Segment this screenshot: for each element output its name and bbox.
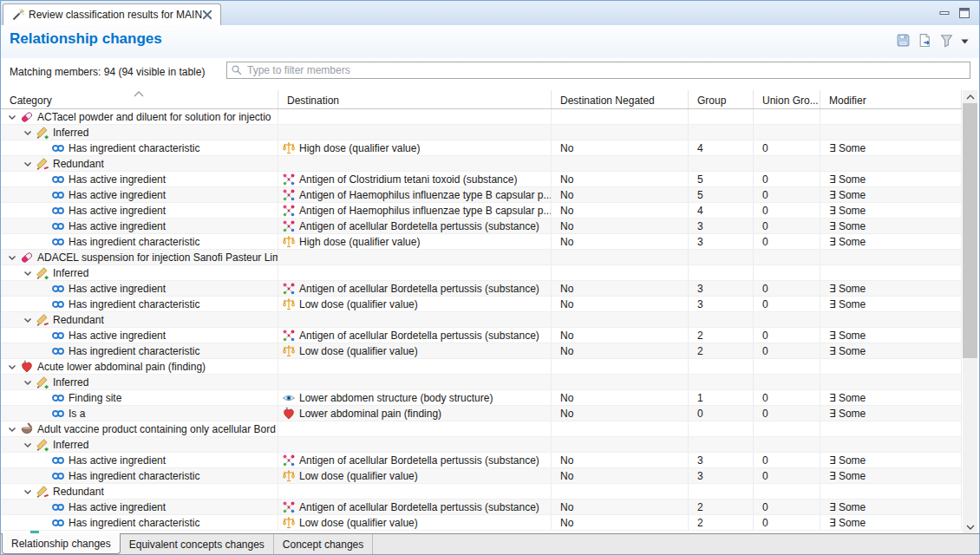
modifier-cell: ∃ Some (820, 172, 962, 186)
expander-chevron-icon[interactable] (22, 158, 34, 170)
expander-chevron-icon[interactable] (22, 376, 34, 388)
table-row[interactable]: Has active ingredientAntigen of acellula… (1, 453, 962, 468)
category-cell: Has active ingredient (1, 172, 278, 186)
expander-chevron-icon[interactable] (6, 251, 18, 264)
union-group-cell: 0 (754, 468, 820, 483)
table-row[interactable]: Has active ingredientAntigen of acellula… (1, 500, 962, 515)
table-row[interactable]: Redundant (1, 156, 962, 172)
table-row[interactable]: Adult vaccine product containing only ac… (1, 421, 962, 437)
table-row[interactable]: Inferred (1, 125, 962, 140)
column-header-destination[interactable]: Destination (278, 90, 552, 108)
category-cell: Has active ingredient (1, 203, 278, 218)
vertical-scrollbar[interactable] (963, 90, 977, 533)
table-row[interactable]: Has ingredient characteristicLow dose (q… (1, 297, 962, 312)
table-row[interactable]: Has ingredient characteristicLow dose (q… (1, 343, 962, 359)
modifier-cell: ∃ Some (820, 219, 962, 233)
category-cell: Has ingredient characteristic (1, 234, 278, 249)
relationship-changes-table: CategoryDestinationDestination NegatedGr… (1, 90, 962, 533)
expander-chevron-icon[interactable] (6, 111, 18, 123)
table-row[interactable]: Has ingredient characteristicHigh dose (… (1, 140, 962, 156)
search-icon (231, 64, 243, 76)
category-label: Has ingredient characteristic (69, 142, 199, 154)
table-row[interactable]: Inferred (1, 437, 962, 453)
group-cell: 1 (689, 390, 754, 405)
category-label: Inferred (53, 267, 88, 279)
category-label: Is a (69, 408, 85, 420)
category-label: Has active ingredient (69, 205, 166, 217)
column-header-union-gro[interactable]: Union Gro... (754, 90, 820, 108)
expander-chevron-icon[interactable] (22, 267, 34, 279)
expander-chevron-icon[interactable] (22, 127, 34, 139)
table-row[interactable]: Redundant (1, 312, 962, 328)
category-cell: Inferred (1, 437, 278, 452)
table-body: ACTacel powder and diluent for solution … (1, 109, 962, 531)
column-header-modifier[interactable]: Modifier (820, 90, 962, 108)
table-row[interactable]: Inferred (1, 265, 962, 281)
group-cell: 3 (689, 234, 754, 249)
table-row[interactable]: Has active ingredientAntigen of Haemophi… (1, 187, 962, 203)
bottom-tab-equivalent-concepts-changes[interactable]: Equivalent concepts changes (121, 534, 274, 554)
group-cell: 3 (689, 281, 754, 296)
table-row[interactable]: Has active ingredientAntigen of acellula… (1, 328, 962, 343)
group-cell (689, 437, 754, 452)
table-row[interactable]: Has active ingredientAntigen of Haemophi… (1, 203, 962, 219)
expander-chevron-icon[interactable] (22, 486, 34, 498)
bottom-tab-relationship-changes[interactable]: Relationship changes (2, 533, 121, 554)
filter-button[interactable] (939, 33, 954, 48)
table-row[interactable]: ACTacel powder and diluent for solution … (1, 109, 962, 125)
category-cell: Has active ingredient (1, 328, 278, 343)
union-group-cell: 0 (754, 203, 820, 218)
category-cell: Redundant (1, 484, 278, 499)
bottom-tab-concept-changes[interactable]: Concept changes (274, 534, 373, 554)
table-row[interactable]: Has ingredient characteristicLow dose (q… (1, 515, 962, 531)
tab-review-classification-results[interactable]: Review classification results for MAIN (3, 3, 221, 25)
maximize-button[interactable] (958, 7, 970, 19)
filter-members-box[interactable] (226, 62, 970, 79)
category-label: Has ingredient characteristic (69, 236, 199, 248)
expander-chevron-icon[interactable] (6, 423, 18, 435)
table-row[interactable]: Redundant (1, 484, 962, 500)
scales-icon (282, 469, 296, 483)
column-header-label: Modifier (829, 95, 866, 107)
destination-negated-cell: No (552, 468, 689, 483)
category-cell: Finding site (1, 390, 278, 405)
expander-chevron-icon[interactable] (22, 439, 34, 451)
relationship-icon (51, 329, 65, 343)
destination-negated-cell: No (552, 281, 689, 296)
destination-label: Antigen of acellular Bordetella pertussi… (299, 220, 539, 232)
table-row[interactable]: Is aLower abdominal pain (finding)No00∃ … (1, 406, 962, 421)
table-row[interactable]: Has active ingredientAntigen of acellula… (1, 281, 962, 297)
table-row[interactable]: ADACEL suspension for injection Sanofi P… (1, 250, 962, 265)
scroll-up-button[interactable] (963, 90, 977, 103)
category-label: Inferred (53, 439, 88, 451)
expander-chevron-icon[interactable] (6, 361, 18, 373)
group-cell: 0 (689, 406, 754, 421)
relationship-icon (51, 219, 65, 233)
category-cell: Has active ingredient (1, 281, 278, 296)
molecule-icon (282, 329, 296, 343)
filter-menu-dropdown-icon[interactable] (961, 39, 969, 44)
close-icon[interactable] (202, 10, 212, 20)
table-row[interactable]: Has active ingredientAntigen of acellula… (1, 219, 962, 234)
destination-negated-cell: No (552, 297, 689, 311)
filter-members-input[interactable] (245, 63, 966, 77)
tab-title: Review classification results for MAIN (29, 9, 202, 21)
table-row[interactable]: Has ingredient characteristicLow dose (q… (1, 468, 962, 484)
table-row[interactable]: Inferred (1, 375, 962, 390)
category-cell: Has ingredient characteristic (1, 343, 278, 358)
category-cell: ACTacel powder and diluent for solution … (1, 109, 278, 124)
minimize-button[interactable] (938, 7, 951, 19)
table-row[interactable]: Finding siteLower abdomen structure (bod… (1, 390, 962, 406)
column-header-group[interactable]: Group (689, 90, 754, 108)
table-row[interactable]: Has active ingredientAntigen of Clostrid… (1, 172, 962, 187)
column-header-destination-negated[interactable]: Destination Negated (552, 90, 689, 108)
table-row[interactable]: Acute lower abdominal pain (finding) (1, 359, 962, 375)
expander-chevron-icon[interactable] (22, 314, 34, 326)
save-button[interactable] (896, 33, 911, 48)
table-row[interactable]: Has ingredient characteristicHigh dose (… (1, 234, 962, 250)
group-cell (689, 265, 754, 280)
relationship-changes-panel: Relationship changes Matching members: 9… (1, 25, 979, 533)
export-button[interactable] (918, 33, 932, 48)
scroll-down-button[interactable] (963, 520, 977, 533)
scrollbar-thumb[interactable] (963, 103, 977, 358)
